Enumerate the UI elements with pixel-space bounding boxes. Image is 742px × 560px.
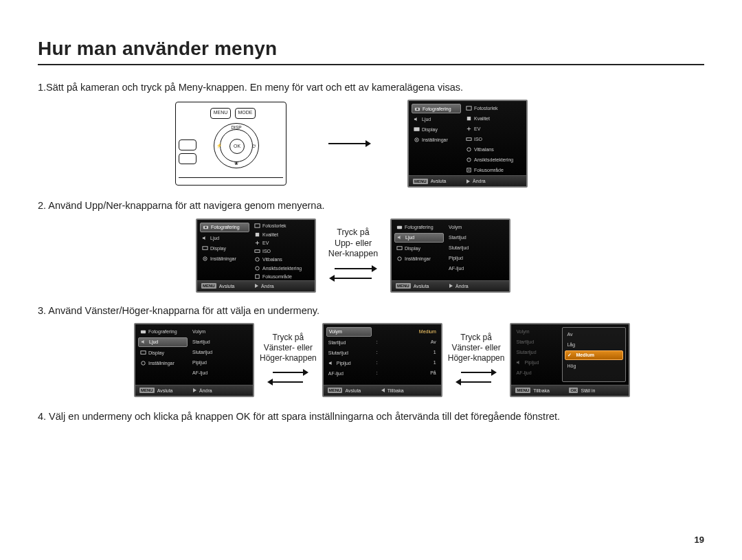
step-3-row: Fotografering Ljud Display Inställningar…: [134, 323, 704, 397]
svg-marker-28: [398, 236, 401, 239]
svg-point-12: [469, 159, 470, 159]
optval-hog: Hög: [565, 361, 623, 370]
gear-icon: [140, 360, 146, 366]
opt-kvalitet: Kvalitet: [252, 231, 312, 238]
camera-dpad: OK DISP ⚡ ⏱ ❀: [214, 123, 259, 168]
svg-rect-27: [397, 225, 402, 229]
svg-point-24: [256, 258, 259, 261]
play-icon: [255, 284, 258, 288]
menu-screenshot-3b: Volym Startljud Slutarljud Pipljud AF-lj…: [322, 323, 442, 397]
iso-icon: [254, 248, 260, 254]
play-back-icon: [381, 388, 385, 392]
row-volym: Volym: [514, 327, 559, 336]
tab-display: Display: [200, 244, 249, 253]
footer-right-label: Ändra: [473, 179, 486, 183]
gear-icon: [202, 256, 208, 262]
svg-point-10: [467, 158, 471, 161]
tab-ljud: Ljud: [412, 115, 461, 124]
updown-caption: Tryck på Upp- eller Ner-knappen: [320, 227, 386, 283]
menu-screenshot-1: Fotografering Ljud Display Inställningar…: [407, 100, 528, 188]
svg-point-20: [205, 258, 206, 259]
ok-tag-icon: OK: [569, 388, 578, 393]
tab-fotografering: Fotografering: [200, 223, 249, 232]
svg-rect-22: [256, 232, 259, 236]
opt-ev: EV: [464, 124, 524, 133]
svg-marker-36: [517, 361, 519, 364]
step-1-row: MENU MODE OK DISP ⚡ ⏱ ❀ Fotografering: [175, 100, 704, 188]
svg-marker-17: [203, 236, 205, 239]
arrow-left-icon: [267, 379, 308, 385]
speaker-icon: [397, 234, 403, 240]
row-afljud: AF-ljud: [326, 369, 372, 378]
row-slutarljud: Slutarljud: [514, 348, 559, 357]
play-icon: [449, 284, 453, 288]
speaker-icon: [328, 360, 335, 366]
opt-kvalitet: Kvalitet: [464, 114, 524, 123]
tab-installningar: Inställningar: [412, 135, 461, 144]
camera-menu-button: MENU: [210, 108, 231, 119]
svg-point-11: [468, 159, 469, 159]
camera-icon: [140, 328, 146, 335]
opt-ev: EV: [252, 239, 312, 246]
wb-icon: [254, 256, 260, 262]
tab-ljud: Ljud: [138, 337, 188, 347]
step-1-text: 1.Sätt på kameran och tryck på Meny-knap…: [38, 80, 704, 94]
camera-icon: [414, 106, 420, 112]
tab-display: Display: [394, 244, 444, 253]
opt-vitbalans: Vitbalans: [464, 145, 524, 154]
lr-caption-2-text: Tryck på Vänster- eller Höger-knappen: [448, 333, 505, 363]
tab-fotografering: Fotografering: [138, 327, 188, 336]
opt-startljud: Startljud: [447, 233, 506, 242]
svg-marker-2: [414, 117, 417, 121]
menu-screenshot-3c: Volym Startljud Slutarljud Pipljud AF-lj…: [510, 323, 630, 397]
arrow-right-icon: [267, 369, 308, 376]
gear-icon: [396, 256, 403, 262]
size-icon: [466, 105, 472, 111]
row-pipljud: Pipljud: [326, 359, 372, 368]
opt-volym: Volym: [190, 327, 250, 336]
page-title: Hur man använder menyn: [38, 38, 704, 65]
svg-point-16: [205, 227, 207, 229]
lr-caption-1-text: Tryck på Vänster- eller Höger-knappen: [260, 333, 317, 363]
opt-fotostorlek: Fotostorlek: [464, 104, 524, 113]
focus-icon: [254, 273, 260, 280]
speaker-icon: [202, 235, 208, 241]
wb-icon: [466, 146, 472, 153]
opt-pipljud: Pipljud: [190, 358, 250, 367]
optval-medium: ✓Medium: [565, 350, 623, 360]
face-icon: [254, 265, 260, 271]
val-startljud: :Av: [374, 337, 438, 346]
step-2-row: Fotografering Ljud Display Inställningar…: [196, 219, 704, 293]
svg-rect-3: [414, 128, 419, 131]
opt-startljud: Startljud: [190, 337, 250, 346]
opt-ansikts: Ansiktsdetektering: [464, 155, 524, 164]
arrow-right-icon: [456, 369, 497, 376]
speaker-icon: [141, 339, 147, 345]
svg-point-9: [467, 148, 471, 151]
svg-marker-32: [142, 340, 144, 344]
play-icon: [193, 388, 196, 392]
ev-icon: [466, 126, 472, 132]
opt-slutarljud: Slutarljud: [190, 348, 250, 357]
dpad-right-label: ⏱: [251, 144, 256, 148]
menu-tag-icon: MENU: [413, 179, 428, 184]
step-3-text: 3. Använd Vänster/Höger-knapparna för at…: [38, 304, 704, 317]
arrow-right-icon: [329, 265, 377, 272]
lr-caption-2: Tryck på Vänster- eller Höger-knappen: [445, 333, 508, 387]
camera-icon: [203, 224, 209, 230]
camera-small-button-b: [179, 153, 196, 164]
dpad-up-label: DISP: [231, 125, 241, 130]
tab-installningar: Inställningar: [394, 254, 444, 263]
menu-footer: MENUAvsluta Ändra: [135, 385, 253, 396]
svg-rect-6: [466, 107, 471, 110]
svg-rect-33: [141, 351, 146, 355]
val-pipljud: :1: [374, 358, 438, 367]
camera-icon: [396, 224, 403, 230]
opt-pipljud: Pipljud: [447, 254, 506, 262]
row-startljud: Startljud: [326, 338, 372, 347]
tab-display: Display: [412, 125, 461, 134]
menu-footer: MENUAvsluta Ändra: [392, 280, 509, 291]
svg-rect-26: [256, 275, 259, 278]
opt-fotostorlek: Fotostorlek: [252, 223, 312, 229]
footer-left-label: Avsluta: [431, 179, 447, 183]
